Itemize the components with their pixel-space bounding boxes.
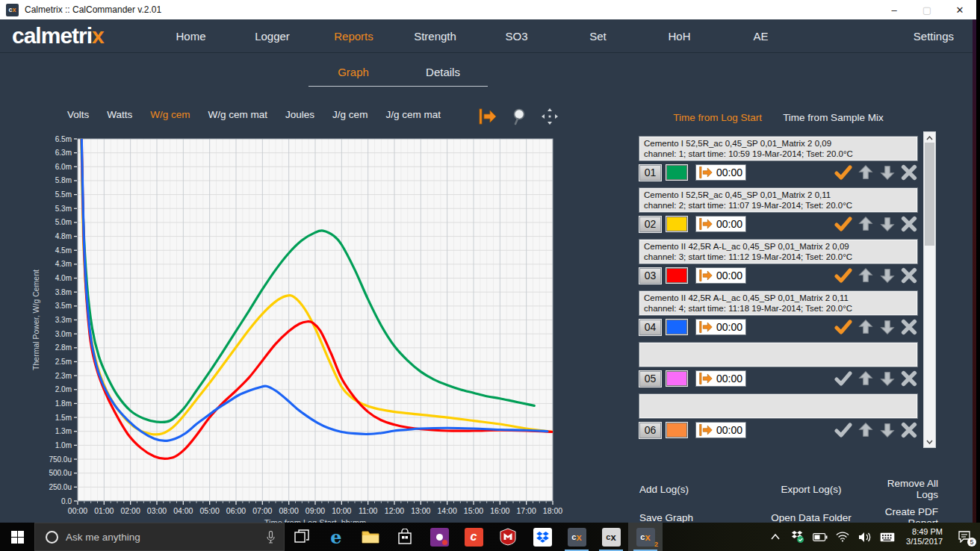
- log-description-field[interactable]: Cemento II 42,5R A-L_ac 0,45_SP 0,01_Mat…: [639, 240, 917, 264]
- red-c-app-icon[interactable]: c: [456, 523, 491, 551]
- move-up-icon[interactable]: [858, 422, 874, 438]
- volume-icon[interactable]: [855, 523, 875, 551]
- log-color-swatch[interactable]: [666, 268, 687, 283]
- chevron-up-icon[interactable]: [766, 523, 785, 551]
- export-logs-button[interactable]: Export Log(s): [751, 484, 871, 495]
- log-offset-field[interactable]: 00:00: [695, 370, 746, 387]
- save-graph-button[interactable]: Save Graph: [639, 512, 751, 523]
- time-from-sample-mix-option[interactable]: Time from Sample Mix: [783, 112, 884, 123]
- check-icon[interactable]: [834, 217, 852, 231]
- log-offset-field[interactable]: 00:00: [695, 216, 746, 232]
- add-logs-button[interactable]: Add Log(s): [639, 484, 751, 495]
- unit-tab-volts[interactable]: Volts: [67, 109, 89, 120]
- dropbox-icon[interactable]: [525, 523, 559, 551]
- remove-all-logs-button[interactable]: Remove All Logs: [871, 478, 938, 500]
- check-icon[interactable]: [834, 423, 852, 438]
- remove-log-icon[interactable]: [901, 319, 917, 335]
- log-color-swatch[interactable]: [666, 371, 687, 386]
- move-down-icon[interactable]: [879, 164, 896, 181]
- edge-icon[interactable]: e: [319, 523, 353, 551]
- check-icon[interactable]: [834, 371, 852, 386]
- nav-item-strength[interactable]: Strength: [394, 30, 476, 43]
- dropbox-sync-icon[interactable]: [788, 523, 807, 551]
- log-offset-field[interactable]: 00:00: [695, 164, 746, 181]
- log-color-swatch[interactable]: [666, 217, 687, 231]
- zoom-icon[interactable]: [511, 108, 527, 125]
- log-number-badge[interactable]: 02: [639, 217, 661, 232]
- log-description-field[interactable]: Cemento I 52,5R_ac 0,45_SP 0,01_Matrix 2…: [639, 188, 917, 212]
- purple-app-icon[interactable]: [422, 523, 456, 551]
- unit-tab-w-g-cem[interactable]: W/g cem: [150, 109, 190, 120]
- nav-item-set[interactable]: Set: [557, 30, 639, 43]
- tab-details[interactable]: Details: [398, 61, 488, 86]
- log-offset-field[interactable]: 00:00: [695, 422, 746, 438]
- check-icon[interactable]: [834, 320, 852, 334]
- log-offset-field[interactable]: 00:00: [695, 267, 746, 284]
- minimize-button[interactable]: –: [878, 0, 911, 19]
- log-number-badge[interactable]: 01: [639, 165, 661, 181]
- offset-flag-icon[interactable]: [478, 108, 497, 125]
- nav-item-home[interactable]: Home: [150, 30, 232, 43]
- calcommander-active-icon[interactable]: cx2: [628, 523, 663, 551]
- move-down-icon[interactable]: [879, 267, 896, 284]
- unit-tab-watts[interactable]: Watts: [107, 109, 132, 120]
- scrollbar-thumb[interactable]: [925, 143, 934, 246]
- battery-icon[interactable]: [810, 523, 830, 551]
- unit-tab-w-g-cem-mat[interactable]: W/g cem mat: [208, 109, 268, 120]
- move-up-icon[interactable]: [858, 216, 874, 232]
- unit-tab-joules[interactable]: Joules: [285, 109, 314, 120]
- move-up-icon[interactable]: [858, 267, 874, 284]
- search-input[interactable]: Ask me anything: [34, 523, 285, 551]
- task-view-icon[interactable]: [285, 523, 319, 551]
- nav-item-reports[interactable]: Reports: [313, 30, 394, 43]
- store-icon[interactable]: [388, 523, 422, 551]
- move-down-icon[interactable]: [879, 319, 896, 335]
- pan-icon[interactable]: [541, 108, 559, 125]
- check-icon[interactable]: [834, 165, 852, 180]
- nav-item-so3[interactable]: SO3: [476, 30, 557, 43]
- mcafee-icon[interactable]: [491, 523, 525, 551]
- remove-log-icon[interactable]: [901, 164, 917, 181]
- nav-item-ae[interactable]: AE: [720, 30, 801, 43]
- log-description-field[interactable]: [639, 394, 917, 418]
- microphone-icon[interactable]: [267, 531, 275, 544]
- time-from-log-start-option[interactable]: Time from Log Start: [673, 112, 762, 123]
- move-up-icon[interactable]: [858, 319, 874, 335]
- move-up-icon[interactable]: [858, 164, 874, 181]
- nav-item-logger[interactable]: Logger: [232, 30, 313, 43]
- calcommander-icon[interactable]: cx: [559, 523, 594, 551]
- log-list-scrollbar[interactable]: [923, 131, 936, 448]
- log-number-badge[interactable]: 05: [639, 371, 661, 387]
- move-down-icon[interactable]: [879, 216, 896, 232]
- unit-tab-j-g-cem-mat[interactable]: J/g cem mat: [385, 109, 441, 120]
- log-description-field[interactable]: Cemento II 42,5R A-L_ac 0,45_SP 0,01_Mat…: [639, 291, 917, 315]
- scroll-up-icon[interactable]: [924, 132, 935, 143]
- maximize-button[interactable]: ▢: [911, 0, 943, 19]
- scroll-down-icon[interactable]: [924, 436, 935, 447]
- move-up-icon[interactable]: [858, 370, 874, 387]
- calcommander-gray-icon[interactable]: cx: [594, 523, 628, 551]
- log-color-swatch[interactable]: [666, 320, 687, 334]
- move-down-icon[interactable]: [879, 422, 896, 438]
- remove-log-icon[interactable]: [901, 267, 917, 284]
- wifi-icon[interactable]: [833, 523, 852, 551]
- check-icon[interactable]: [834, 268, 852, 283]
- log-description-field[interactable]: [639, 343, 917, 367]
- log-color-swatch[interactable]: [666, 423, 687, 438]
- log-offset-field[interactable]: 00:00: [695, 319, 746, 335]
- remove-log-icon[interactable]: [901, 216, 917, 232]
- log-number-badge[interactable]: 03: [639, 268, 661, 284]
- notifications-icon[interactable]: 5: [952, 523, 977, 551]
- keyboard-icon[interactable]: [878, 523, 897, 551]
- open-data-folder-button[interactable]: Open Data Folder: [751, 512, 871, 523]
- move-down-icon[interactable]: [879, 370, 896, 387]
- clock[interactable]: 8:49 PM 3/15/2017: [900, 527, 949, 547]
- remove-log-icon[interactable]: [901, 422, 917, 438]
- log-number-badge[interactable]: 04: [639, 320, 661, 335]
- start-button[interactable]: [0, 523, 34, 551]
- nav-item-settings[interactable]: Settings: [914, 30, 954, 43]
- tab-graph[interactable]: Graph: [308, 61, 398, 86]
- log-description-field[interactable]: Cemento I 52,5R_ac 0,45_SP 0,01_Matrix 2…: [639, 137, 917, 161]
- file-explorer-icon[interactable]: [353, 523, 388, 551]
- nav-item-hoh[interactable]: HoH: [639, 30, 720, 43]
